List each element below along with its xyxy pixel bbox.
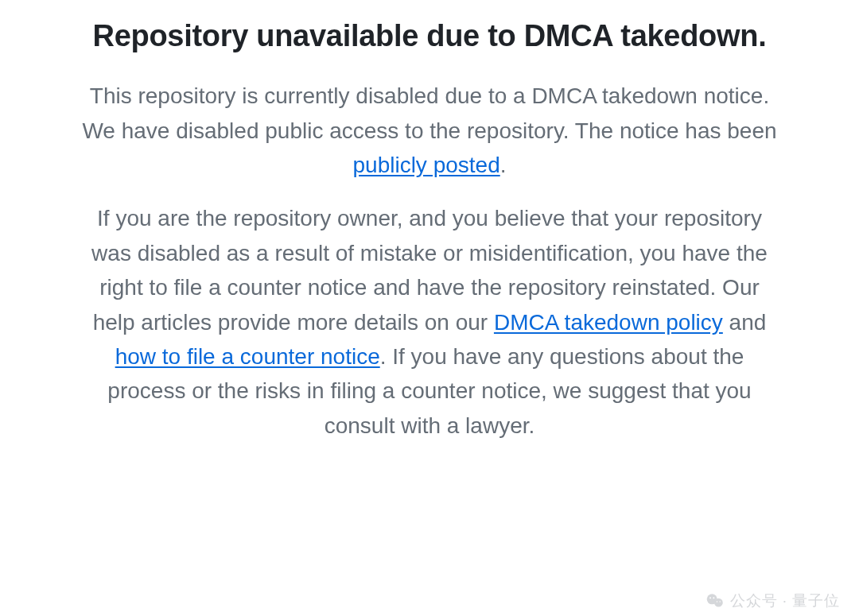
notice-paragraph-2: If you are the repository owner, and you… bbox=[76, 201, 783, 443]
publicly-posted-link[interactable]: publicly posted bbox=[352, 153, 499, 177]
svg-point-2 bbox=[709, 597, 711, 599]
watermark-name: 量子位 bbox=[792, 591, 840, 611]
watermark: 公众号 · 量子位 bbox=[705, 591, 840, 611]
dmca-policy-link[interactable]: DMCA takedown policy bbox=[494, 310, 723, 335]
para2-text2: and bbox=[723, 310, 767, 335]
page-title: Repository unavailable due to DMCA taked… bbox=[76, 16, 783, 56]
watermark-sep: · bbox=[783, 592, 787, 610]
counter-notice-link[interactable]: how to file a counter notice bbox=[115, 344, 380, 369]
svg-point-3 bbox=[713, 597, 714, 599]
svg-point-5 bbox=[719, 601, 721, 602]
para1-text-before: This repository is currently disabled du… bbox=[82, 83, 776, 142]
svg-point-1 bbox=[714, 599, 723, 607]
wechat-icon bbox=[705, 591, 725, 611]
svg-point-4 bbox=[716, 601, 717, 602]
para1-text-after: . bbox=[500, 153, 507, 177]
notice-paragraph-1: This repository is currently disabled du… bbox=[76, 79, 783, 182]
watermark-label: 公众号 bbox=[730, 591, 778, 611]
